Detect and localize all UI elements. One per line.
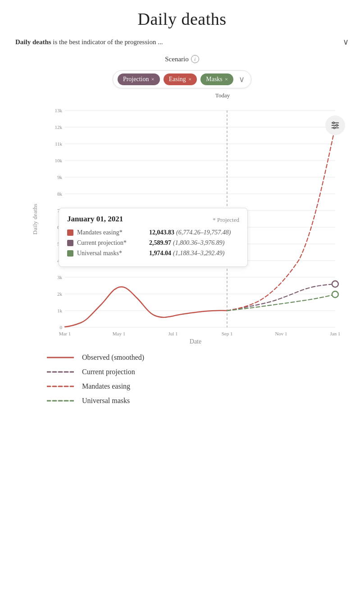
- legend-item-observed: Observed (smoothed): [47, 353, 317, 362]
- chip-projection[interactable]: Projection ×: [118, 73, 160, 85]
- legend-label-easing: Mandates easing: [82, 382, 130, 390]
- svg-text:Jan 1: Jan 1: [330, 331, 341, 336]
- chip-masks-close[interactable]: ×: [225, 76, 228, 83]
- legend-line-projection: [47, 368, 74, 376]
- tooltip-row-easing: Mandates easing* 12,043.83 (6,774.26–19,…: [67, 229, 239, 236]
- legend-label-masks: Universal masks: [82, 397, 130, 405]
- svg-text:0: 0: [60, 325, 63, 330]
- svg-point-5: [333, 127, 335, 129]
- tooltip-name-projection: Current projection*: [77, 239, 149, 247]
- x-axis-label: Date: [42, 338, 349, 345]
- legend-label-projection: Current projection: [82, 368, 135, 376]
- svg-text:1k: 1k: [57, 308, 63, 313]
- chevron-down-icon[interactable]: ∨: [343, 37, 349, 47]
- svg-text:11k: 11k: [55, 141, 63, 147]
- tooltip-value-easing: 12,043.83: [149, 229, 174, 236]
- svg-text:3k: 3k: [57, 275, 63, 280]
- tooltip-swatch-projection: [67, 240, 73, 246]
- chip-easing-label: Easing: [169, 76, 186, 83]
- info-icon[interactable]: i: [191, 55, 199, 63]
- tooltip-value-projection: 2,589.97: [149, 239, 171, 247]
- tooltip-value-masks: 1,974.04: [149, 250, 171, 257]
- tooltip-name-easing: Mandates easing*: [77, 229, 149, 236]
- legend-item-masks: Universal masks: [47, 397, 317, 405]
- filter-button[interactable]: [325, 115, 345, 135]
- chip-easing-close[interactable]: ×: [188, 76, 191, 83]
- chip-easing[interactable]: Easing ×: [164, 73, 197, 85]
- page-title: Daily deaths: [137, 9, 226, 29]
- svg-point-3: [333, 122, 335, 124]
- chip-dropdown-button[interactable]: ∨: [237, 74, 246, 84]
- svg-point-43: [332, 291, 338, 298]
- tooltip-row-projection: Current projection* 2,589.97 (1,800.36–3…: [67, 239, 239, 247]
- tooltip-header: January 01, 2021 * Projected: [67, 215, 239, 224]
- svg-text:10k: 10k: [55, 158, 63, 163]
- svg-text:13k: 13k: [55, 108, 63, 113]
- chip-masks[interactable]: Masks ×: [200, 73, 233, 85]
- svg-text:9k: 9k: [57, 174, 63, 180]
- y-axis-label: Daily deaths: [32, 204, 39, 235]
- scenario-chips: Projection × Easing × Masks × ∨: [113, 70, 251, 88]
- chip-projection-close[interactable]: ×: [151, 76, 154, 83]
- tooltip-name-masks: Universal masks*: [77, 250, 149, 257]
- tooltip-swatch-masks: [67, 250, 73, 257]
- svg-point-4: [336, 124, 338, 126]
- chart-area: Daily deaths: [42, 102, 349, 336]
- legend-line-easing: [47, 383, 74, 390]
- legend-line-masks: [47, 397, 74, 404]
- today-label: Today: [215, 92, 230, 99]
- legend: Observed (smoothed) Current projection M…: [47, 353, 317, 405]
- description-rest: is the best indicator of the progression…: [51, 38, 163, 46]
- svg-point-42: [332, 281, 338, 287]
- tooltip-row-masks: Universal masks* 1,974.04 (1,188.34–3,29…: [67, 250, 239, 257]
- legend-line-observed: [47, 354, 74, 361]
- legend-item-easing: Mandates easing: [47, 382, 317, 390]
- svg-text:2k: 2k: [57, 291, 63, 297]
- legend-item-projection: Current projection: [47, 368, 317, 376]
- svg-text:Jul 1: Jul 1: [168, 331, 177, 336]
- tooltip-projected-note: * Projected: [213, 216, 239, 224]
- chart-container: Today Daily deaths: [15, 92, 349, 345]
- description-bar: Daily deaths is the best indicator of th…: [15, 37, 349, 47]
- description-bold: Daily deaths: [15, 38, 51, 46]
- svg-text:12k: 12k: [55, 124, 63, 130]
- svg-text:May 1: May 1: [113, 331, 125, 336]
- tooltip-date: January 01, 2021: [67, 215, 123, 224]
- tooltip-range-projection: (1,800.36–3,976.89): [173, 239, 224, 247]
- tooltip-range-masks: (1,188.34–3,292.49): [173, 250, 224, 257]
- chip-projection-label: Projection: [123, 76, 149, 83]
- svg-text:Sep 1: Sep 1: [222, 331, 233, 336]
- tooltip-range-easing: (6,774.26–19,757.48): [176, 229, 231, 236]
- tooltip-swatch-easing: [67, 229, 73, 236]
- legend-label-observed: Observed (smoothed): [82, 353, 144, 362]
- svg-text:Nov 1: Nov 1: [275, 331, 287, 336]
- tooltip: January 01, 2021 * Projected Mandates ea…: [59, 208, 248, 267]
- scenario-label: Scenario i: [165, 55, 199, 63]
- svg-text:Mar 1: Mar 1: [59, 331, 71, 336]
- svg-text:8k: 8k: [57, 191, 63, 197]
- scenario-row: Scenario i: [165, 55, 199, 63]
- chip-masks-label: Masks: [206, 76, 223, 83]
